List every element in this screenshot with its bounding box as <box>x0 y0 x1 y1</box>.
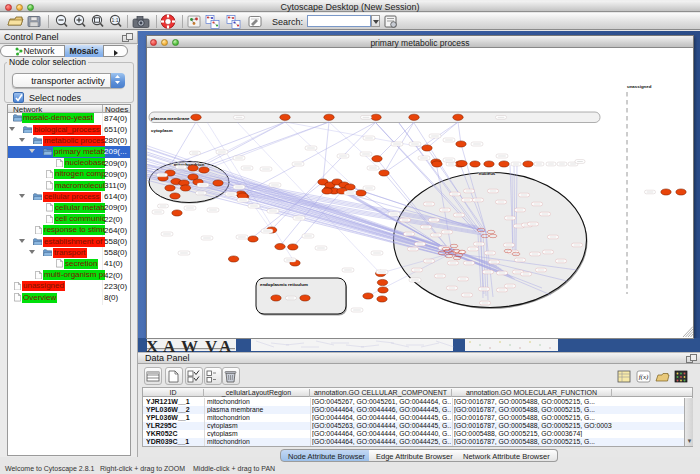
svg-text:V: V <box>205 338 218 352</box>
svg-text:f(x): f(x) <box>639 373 649 381</box>
svg-text:A: A <box>219 338 232 352</box>
svg-text:cytoplasm: cytoplasm <box>151 128 173 133</box>
svg-text:X: X <box>146 338 159 352</box>
svg-text:unassigned: unassigned <box>627 84 652 89</box>
svg-text:W: W <box>181 338 198 352</box>
svg-text:endoplasmic reticulum: endoplasmic reticulum <box>260 282 308 287</box>
svg-text:A: A <box>163 338 176 352</box>
svg-text:plasma membrane: plasma membrane <box>151 116 190 121</box>
svg-text:nucleus: nucleus <box>479 171 496 176</box>
